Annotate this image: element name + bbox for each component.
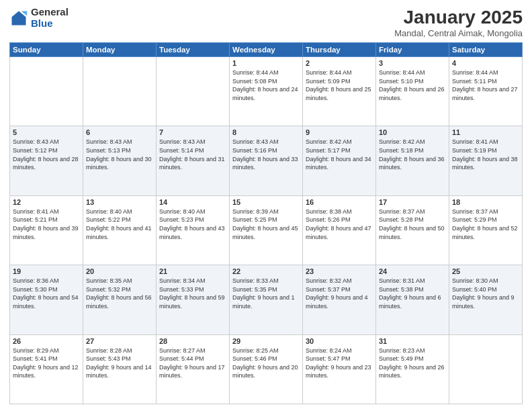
daylight-text: Daylight: 8 hours and 24 minutes. <box>232 86 298 101</box>
sunset-text: Sunset: 5:26 PM <box>306 216 351 223</box>
calendar-week-row: 19 Sunrise: 8:36 AM Sunset: 5:30 PM Dayl… <box>10 265 523 334</box>
sunset-text: Sunset: 5:43 PM <box>86 355 131 362</box>
day-number: 1 <box>232 59 300 67</box>
day-info: Sunrise: 8:44 AM Sunset: 5:10 PM Dayligh… <box>379 68 446 102</box>
calendar-cell: 4 Sunrise: 8:44 AM Sunset: 5:11 PM Dayli… <box>449 57 523 126</box>
day-number: 29 <box>232 337 300 345</box>
daylight-text: Daylight: 8 hours and 56 minutes. <box>86 294 152 310</box>
day-info: Sunrise: 8:44 AM Sunset: 5:09 PM Dayligh… <box>306 68 373 102</box>
sunset-text: Sunset: 5:25 PM <box>232 216 277 223</box>
sunset-text: Sunset: 5:13 PM <box>86 147 131 154</box>
svg-marker-0 <box>12 11 26 25</box>
day-info: Sunrise: 8:43 AM Sunset: 5:12 PM Dayligh… <box>13 138 80 171</box>
day-number: 19 <box>13 267 80 275</box>
day-info: Sunrise: 8:42 AM Sunset: 5:18 PM Dayligh… <box>379 138 446 171</box>
daylight-text: Daylight: 8 hours and 45 minutes. <box>232 225 298 240</box>
sunset-text: Sunset: 5:23 PM <box>159 216 204 223</box>
day-number: 6 <box>86 128 153 136</box>
day-number: 25 <box>452 267 519 275</box>
weekday-header: Friday <box>376 43 449 57</box>
sunset-text: Sunset: 5:14 PM <box>159 147 204 154</box>
sunrise-text: Sunrise: 8:37 AM <box>452 208 498 215</box>
day-number: 30 <box>306 337 373 345</box>
daylight-text: Daylight: 8 hours and 27 minutes. <box>452 86 518 101</box>
calendar-week-row: 26 Sunrise: 8:29 AM Sunset: 5:41 PM Dayl… <box>10 334 523 404</box>
sunrise-text: Sunrise: 8:44 AM <box>306 69 352 76</box>
day-number: 4 <box>452 59 519 67</box>
daylight-text: Daylight: 9 hours and 20 minutes. <box>232 364 298 379</box>
day-number: 5 <box>13 128 80 136</box>
sunset-text: Sunset: 5:35 PM <box>232 286 277 293</box>
sunrise-text: Sunrise: 8:42 AM <box>379 138 425 145</box>
sunset-text: Sunset: 5:22 PM <box>86 216 131 223</box>
day-number: 23 <box>306 267 373 275</box>
daylight-text: Daylight: 8 hours and 26 minutes. <box>379 86 445 101</box>
day-info: Sunrise: 8:35 AM Sunset: 5:32 PM Dayligh… <box>86 277 153 310</box>
sunrise-text: Sunrise: 8:43 AM <box>86 138 132 145</box>
day-number: 12 <box>13 198 80 206</box>
daylight-text: Daylight: 8 hours and 50 minutes. <box>379 225 445 240</box>
calendar-cell: 19 Sunrise: 8:36 AM Sunset: 5:30 PM Dayl… <box>10 265 83 334</box>
sunrise-text: Sunrise: 8:43 AM <box>159 138 206 145</box>
calendar-cell: 1 Sunrise: 8:44 AM Sunset: 5:08 PM Dayli… <box>230 57 303 126</box>
sunset-text: Sunset: 5:16 PM <box>232 147 277 154</box>
calendar-cell: 24 Sunrise: 8:31 AM Sunset: 5:38 PM Dayl… <box>376 265 449 334</box>
sunrise-text: Sunrise: 8:25 AM <box>232 347 279 354</box>
day-info: Sunrise: 8:44 AM Sunset: 5:08 PM Dayligh… <box>232 68 300 102</box>
sunset-text: Sunset: 5:40 PM <box>452 286 497 293</box>
calendar-cell: 29 Sunrise: 8:25 AM Sunset: 5:46 PM Dayl… <box>230 334 303 404</box>
daylight-text: Daylight: 8 hours and 41 minutes. <box>86 225 152 240</box>
sunrise-text: Sunrise: 8:39 AM <box>232 208 279 215</box>
daylight-text: Daylight: 9 hours and 12 minutes. <box>13 364 79 379</box>
daylight-text: Daylight: 9 hours and 6 minutes. <box>379 294 441 310</box>
logo-general: General <box>31 7 69 18</box>
sunrise-text: Sunrise: 8:35 AM <box>86 277 132 284</box>
sunrise-text: Sunrise: 8:40 AM <box>86 208 132 215</box>
calendar-week-row: 1 Sunrise: 8:44 AM Sunset: 5:08 PM Dayli… <box>10 57 523 126</box>
calendar-cell: 9 Sunrise: 8:42 AM Sunset: 5:17 PM Dayli… <box>303 126 376 195</box>
sunrise-text: Sunrise: 8:31 AM <box>379 277 425 284</box>
calendar-cell: 5 Sunrise: 8:43 AM Sunset: 5:12 PM Dayli… <box>10 126 83 195</box>
sunset-text: Sunset: 5:32 PM <box>86 286 131 293</box>
sunrise-text: Sunrise: 8:44 AM <box>379 69 425 76</box>
day-number: 9 <box>306 128 373 136</box>
day-number: 14 <box>159 198 226 206</box>
day-number: 15 <box>232 198 300 206</box>
calendar-cell: 20 Sunrise: 8:35 AM Sunset: 5:32 PM Dayl… <box>83 265 157 334</box>
weekday-header: Tuesday <box>157 43 230 57</box>
weekday-header: Thursday <box>303 43 376 57</box>
sunset-text: Sunset: 5:46 PM <box>232 355 277 362</box>
calendar-cell: 28 Sunrise: 8:27 AM Sunset: 5:44 PM Dayl… <box>157 334 230 404</box>
sunrise-text: Sunrise: 8:27 AM <box>159 347 206 354</box>
calendar-cell: 11 Sunrise: 8:41 AM Sunset: 5:19 PM Dayl… <box>449 126 523 195</box>
sunset-text: Sunset: 5:44 PM <box>159 355 204 362</box>
day-number: 10 <box>379 128 446 136</box>
day-info: Sunrise: 8:33 AM Sunset: 5:35 PM Dayligh… <box>232 277 300 310</box>
daylight-text: Daylight: 8 hours and 39 minutes. <box>13 225 79 240</box>
sunset-text: Sunset: 5:30 PM <box>13 286 58 293</box>
sunrise-text: Sunrise: 8:44 AM <box>452 69 498 76</box>
calendar-subtitle: Mandal, Central Aimak, Mongolia <box>394 28 523 38</box>
calendar-cell: 25 Sunrise: 8:30 AM Sunset: 5:40 PM Dayl… <box>449 265 523 334</box>
day-info: Sunrise: 8:43 AM Sunset: 5:14 PM Dayligh… <box>159 138 226 171</box>
daylight-text: Daylight: 9 hours and 17 minutes. <box>159 364 225 379</box>
logo-text: General Blue <box>31 7 69 29</box>
sunrise-text: Sunrise: 8:40 AM <box>159 208 206 215</box>
daylight-text: Daylight: 8 hours and 43 minutes. <box>159 225 225 240</box>
day-number: 8 <box>232 128 300 136</box>
sunset-text: Sunset: 5:17 PM <box>306 147 351 154</box>
page: General Blue January 2025 Mandal, Centra… <box>0 0 532 411</box>
sunset-text: Sunset: 5:08 PM <box>232 78 277 85</box>
sunrise-text: Sunrise: 8:37 AM <box>379 208 425 215</box>
calendar-table: SundayMondayTuesdayWednesdayThursdayFrid… <box>9 42 523 404</box>
sunrise-text: Sunrise: 8:38 AM <box>306 208 352 215</box>
daylight-text: Daylight: 9 hours and 23 minutes. <box>306 364 371 379</box>
day-number: 26 <box>13 337 80 345</box>
daylight-text: Daylight: 8 hours and 36 minutes. <box>379 156 445 171</box>
day-info: Sunrise: 8:30 AM Sunset: 5:40 PM Dayligh… <box>452 277 519 310</box>
calendar-cell: 12 Sunrise: 8:41 AM Sunset: 5:21 PM Dayl… <box>10 195 83 265</box>
day-info: Sunrise: 8:37 AM Sunset: 5:29 PM Dayligh… <box>452 208 519 241</box>
calendar-cell: 15 Sunrise: 8:39 AM Sunset: 5:25 PM Dayl… <box>230 195 303 265</box>
daylight-text: Daylight: 8 hours and 28 minutes. <box>13 156 79 171</box>
sunset-text: Sunset: 5:41 PM <box>13 355 58 362</box>
